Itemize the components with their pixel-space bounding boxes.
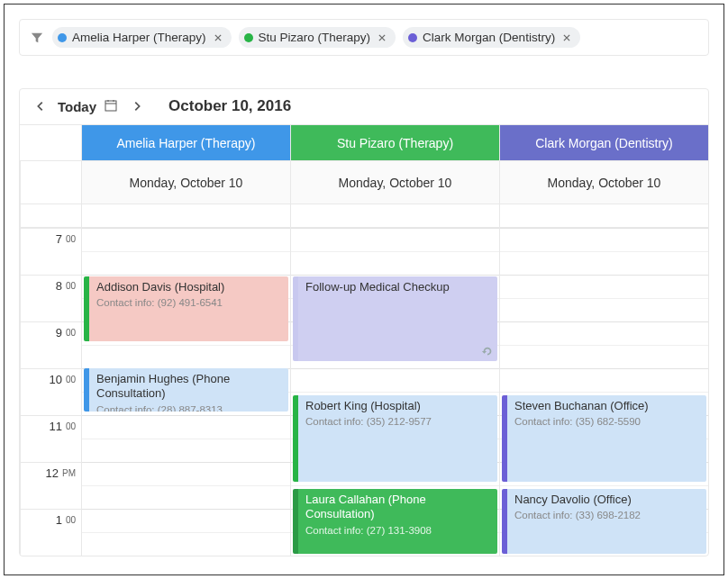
appointment[interactable]: Laura Callahan (Phone Consultation)Conta… (293, 489, 497, 554)
today-button[interactable]: Today (58, 99, 96, 114)
appointment-title: Addison Davis (Hospital) (96, 280, 281, 294)
close-icon[interactable] (560, 32, 573, 44)
recurring-icon (481, 345, 494, 357)
day-column-0[interactable]: Addison Davis (Hospital)Contact info: (9… (81, 227, 290, 556)
day-column-1[interactable]: Follow-up Medical CheckupRobert King (Ho… (290, 227, 499, 556)
day-column-2[interactable]: Steven Buchanan (Office)Contact info: (3… (499, 227, 708, 556)
time-axis: 700 800 900 1000 1100 12PM 100 (20, 227, 81, 556)
chip-dot (408, 33, 417, 42)
filter-chip[interactable]: Stu Pizaro (Therapy) (239, 27, 396, 48)
date-header: Monday, October 10 (290, 160, 499, 204)
appointment-subtitle: Contact info: (28) 887-8313 (96, 403, 281, 412)
appointment-title: Follow-up Medical Checkup (305, 280, 490, 294)
date-header: Monday, October 10 (499, 160, 708, 204)
appointment-title: Benjamin Hughes (Phone Consultation) (96, 372, 281, 402)
resource-header: Clark Morgan (Dentistry) (499, 124, 708, 160)
appointment[interactable]: Nancy Davolio (Office)Contact info: (33)… (502, 489, 706, 554)
appointment[interactable]: Steven Buchanan (Office)Contact info: (3… (502, 395, 706, 482)
appointment-subtitle: Contact info: (35) 212-9577 (305, 415, 490, 428)
appointment-title: Steven Buchanan (Office) (514, 399, 699, 413)
appointment-subtitle: Contact info: (92) 491-6541 (96, 296, 281, 309)
appointment[interactable]: Robert King (Hospital)Contact info: (35)… (293, 395, 497, 482)
scheduler: Today October 10, 2016 Amelia Harper (Th… (19, 88, 709, 556)
appointment-title: Nancy Davolio (Office) (514, 493, 699, 507)
chip-label: Stu Pizaro (Therapy) (259, 31, 371, 44)
calendar-icon[interactable] (104, 98, 120, 114)
scheduler-toolbar: Today October 10, 2016 (20, 89, 708, 124)
resource-header: Stu Pizaro (Therapy) (290, 124, 499, 160)
appointment-title: Laura Callahan (Phone Consultation) (305, 493, 490, 522)
date-header: Monday, October 10 (81, 160, 290, 204)
filter-icon[interactable] (29, 30, 45, 46)
appointment[interactable]: Benjamin Hughes (Phone Consultation)Cont… (84, 368, 288, 412)
next-button[interactable] (127, 96, 147, 116)
prev-button[interactable] (31, 96, 50, 116)
close-icon[interactable] (376, 32, 388, 44)
filter-chip[interactable]: Amelia Harper (Therapy) (52, 27, 232, 48)
date-title: October 10, 2016 (168, 97, 291, 115)
appointment[interactable]: Addison Davis (Hospital)Contact info: (9… (84, 276, 288, 341)
chip-label: Clark Morgan (Dentistry) (423, 31, 555, 44)
appointment-subtitle: Contact info: (35) 682-5590 (514, 415, 699, 428)
filter-bar: Amelia Harper (Therapy) Stu Pizaro (Ther… (19, 19, 709, 56)
chip-dot (244, 33, 253, 42)
svg-rect-0 (105, 101, 116, 111)
close-icon[interactable] (212, 32, 224, 44)
chip-dot (58, 33, 67, 42)
appointment[interactable]: Follow-up Medical Checkup (293, 276, 497, 361)
resource-header: Amelia Harper (Therapy) (81, 124, 290, 160)
appointment-title: Robert King (Hospital) (305, 399, 490, 413)
appointment-subtitle: Contact info: (27) 131-3908 (305, 524, 490, 537)
appointment-subtitle: Contact info: (33) 698-2182 (514, 509, 699, 521)
filter-chip[interactable]: Clark Morgan (Dentistry) (403, 27, 580, 48)
chip-label: Amelia Harper (Therapy) (72, 31, 206, 44)
